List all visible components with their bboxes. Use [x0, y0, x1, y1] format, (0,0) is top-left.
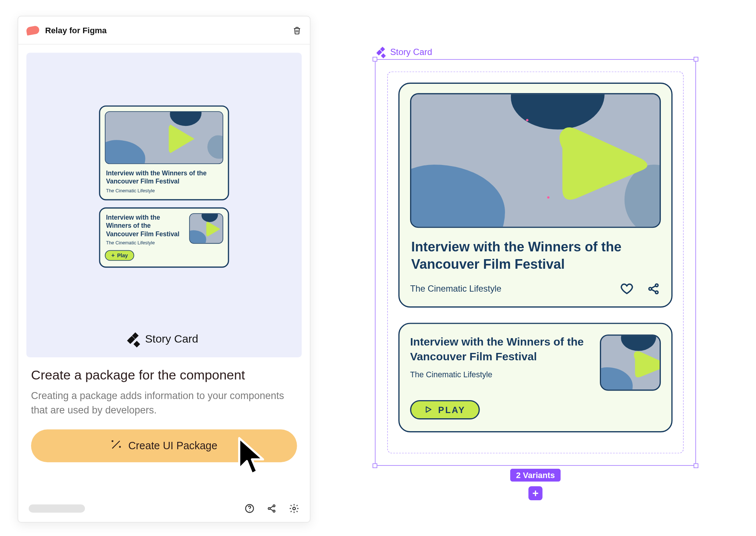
delete-button[interactable] — [292, 25, 302, 35]
add-variant-button[interactable]: + — [528, 486, 542, 500]
selection-frame[interactable]: Interview with the Winners of the Vancou… — [375, 59, 696, 465]
preview-title: Interview with the Winners of the Vancou… — [106, 213, 185, 238]
card-thumbnail — [600, 334, 661, 391]
section-description: Creating a package adds information to y… — [31, 389, 297, 418]
preview-title: Interview with the Winners of the Vancou… — [106, 169, 222, 185]
component-name-label: Story Card — [130, 333, 198, 346]
preview-variant-large: Interview with the Winners of the Vancou… — [99, 106, 229, 200]
play-icon — [424, 406, 432, 414]
variants-count-badge: 2 Variants — [510, 469, 561, 482]
share-button[interactable] — [267, 503, 277, 514]
preview-thumbnail — [105, 111, 223, 164]
component-preview: Interview with the Winners of the Vancou… — [26, 53, 302, 357]
preview-subtitle: The Cinematic Lifestyle — [106, 188, 222, 193]
card-title: Interview with the Winners of the Vancou… — [410, 334, 592, 364]
help-button[interactable] — [244, 503, 255, 514]
preview-subtitle: The Cinematic Lifestyle — [106, 240, 185, 245]
svg-point-1 — [249, 511, 250, 511]
story-card-large[interactable]: Interview with the Winners of the Vancou… — [398, 83, 673, 307]
section-heading: Create a package for the component — [31, 368, 297, 383]
svg-point-8 — [655, 291, 658, 293]
card-title: Interview with the Winners of the Vancou… — [411, 238, 660, 274]
card-subtitle: The Cinematic Lifestyle — [410, 370, 592, 379]
svg-point-4 — [273, 510, 275, 512]
svg-point-6 — [649, 287, 652, 290]
heart-icon[interactable] — [620, 282, 634, 296]
component-set-icon — [378, 48, 386, 56]
resize-handle[interactable] — [694, 463, 698, 468]
figma-canvas: Story Card Intervi — [375, 47, 696, 466]
wand-icon — [111, 439, 121, 453]
plus-icon: + — [111, 253, 115, 259]
preview-play-button: + Play — [105, 250, 134, 261]
preview-thumbnail — [189, 213, 223, 244]
resize-handle[interactable] — [694, 57, 698, 62]
preview-variant-small: Interview with the Winners of the Vancou… — [99, 207, 229, 268]
svg-point-7 — [655, 284, 658, 286]
component-icon — [130, 334, 141, 345]
plugin-title: Relay for Figma — [45, 25, 107, 35]
variant-container: Interview with the Winners of the Vancou… — [387, 72, 684, 454]
panel-header: Relay for Figma — [18, 16, 310, 44]
cursor-icon — [237, 436, 271, 481]
svg-point-3 — [273, 505, 275, 507]
frame-label[interactable]: Story Card — [378, 47, 696, 57]
relay-logo-icon — [26, 25, 40, 35]
resize-handle[interactable] — [372, 57, 377, 62]
share-icon[interactable] — [647, 282, 661, 296]
footer-placeholder — [29, 504, 85, 512]
svg-point-5 — [293, 507, 295, 510]
card-thumbnail — [410, 93, 661, 228]
svg-point-2 — [268, 508, 270, 509]
panel-footer — [18, 495, 310, 522]
card-subtitle: The Cinematic Lifestyle — [410, 284, 501, 294]
resize-handle[interactable] — [372, 463, 377, 468]
story-card-small[interactable]: Interview with the Winners of the Vancou… — [398, 323, 673, 432]
settings-button[interactable] — [289, 503, 299, 514]
play-button[interactable]: PLAY — [410, 400, 480, 419]
